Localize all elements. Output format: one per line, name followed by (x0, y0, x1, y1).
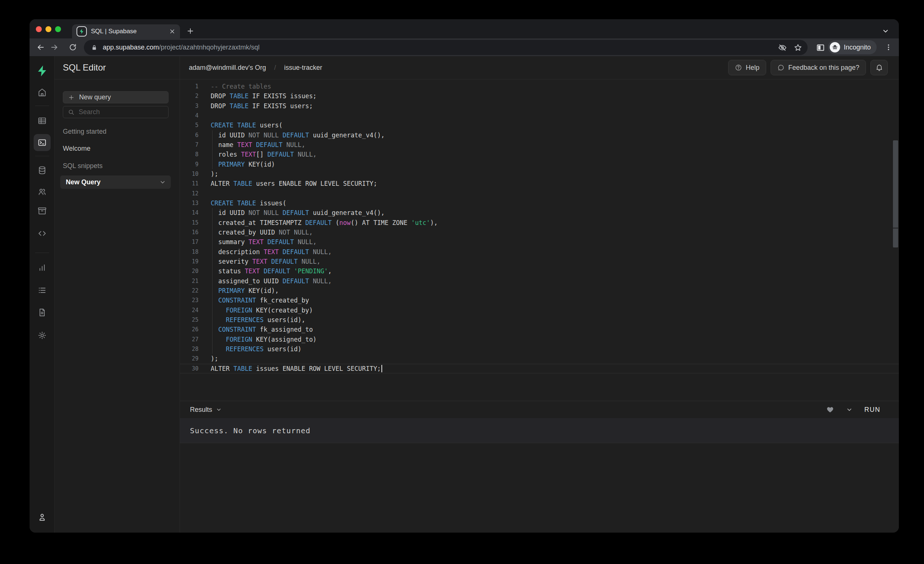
code-text: CONSTRAINT fk_assigned_to (211, 325, 313, 334)
chevron-down-icon[interactable] (159, 179, 166, 186)
sidebar-rail-edge-functions[interactable] (34, 225, 51, 242)
code-line-3[interactable]: 3DROP TABLE IF EXISTS users; (180, 101, 899, 111)
sidebar-rail-logs[interactable] (34, 282, 51, 299)
code-line-20[interactable]: 20 status TEXT DEFAULT 'PENDING', (180, 266, 899, 276)
code-line-18[interactable]: 18 description TEXT DEFAULT NULL, (180, 247, 899, 257)
breadcrumb-separator: / (274, 64, 276, 72)
sidebar-rail-settings[interactable] (34, 327, 51, 344)
code-line-19[interactable]: 19 severity TEXT DEFAULT NULL, (180, 257, 899, 266)
main-header: adam@windmill.dev's Org / issue-tracker … (180, 56, 899, 79)
browser-tab[interactable]: SQL | Supabase (72, 24, 180, 39)
browser-window: SQL | Supabase app.supabase.com/project/… (30, 19, 899, 533)
code-line-7[interactable]: 7 name TEXT DEFAULT NULL, (180, 140, 899, 150)
line-number: 20 (180, 266, 198, 276)
sidebar-rail-sql-editor[interactable] (34, 134, 51, 151)
code-line-10[interactable]: 10); (180, 169, 899, 179)
code-line-8[interactable]: 8 roles TEXT[] DEFAULT NULL, (180, 150, 899, 159)
code-line-21[interactable]: 21 assigned_to UUID DEFAULT NULL, (180, 276, 899, 286)
new-tab-icon[interactable] (186, 27, 194, 35)
sidebar-item-new-query[interactable]: New Query (60, 175, 171, 189)
code-line-28[interactable]: 28 REFERENCES users(id) (180, 344, 899, 354)
code-line-4[interactable]: 4 (180, 111, 899, 120)
sidebar-item-welcome[interactable]: Welcome (63, 145, 168, 153)
code-line-17[interactable]: 17 summary TEXT DEFAULT NULL, (180, 237, 899, 247)
tab-search-chevron-icon[interactable] (882, 27, 889, 35)
plus-icon (68, 94, 75, 101)
bookmark-star-icon[interactable] (794, 43, 802, 52)
sidebar-rail-auth[interactable] (34, 183, 51, 200)
sidebar-rail-docs[interactable] (34, 304, 51, 321)
code-text: roles TEXT[] DEFAULT NULL, (211, 150, 317, 159)
supabase-favicon-icon (76, 26, 87, 37)
forward-icon[interactable] (50, 43, 58, 51)
text-cursor (381, 365, 382, 372)
favorite-heart-icon[interactable] (826, 405, 834, 414)
code-line-22[interactable]: 22 PRIMARY KEY(id), (180, 286, 899, 295)
code-line-30[interactable]: 30ALTER TABLE issues ENABLE ROW LEVEL SE… (180, 364, 899, 373)
code-line-1[interactable]: 1-- Create tables (180, 82, 899, 91)
editor-scrollbar[interactable] (893, 141, 898, 247)
code-line-24[interactable]: 24 FOREIGN KEY(created_by) (180, 305, 899, 315)
search-input[interactable] (79, 108, 164, 116)
sidebar-rail-table-editor[interactable] (34, 112, 51, 129)
code-editor[interactable]: 1-- Create tables2DROP TABLE IF EXISTS i… (180, 79, 899, 401)
incognito-icon (830, 42, 840, 52)
run-options-chevron-icon[interactable] (846, 406, 853, 413)
code-line-26[interactable]: 26 CONSTRAINT fk_assigned_to (180, 325, 899, 334)
url-host: app.supabase.com (103, 43, 159, 51)
code-line-23[interactable]: 23 CONSTRAINT fk_created_by (180, 295, 899, 305)
line-number: 16 (180, 227, 198, 237)
code-line-2[interactable]: 2DROP TABLE IF EXISTS issues; (180, 91, 899, 101)
supabase-logo-icon[interactable] (36, 64, 48, 78)
new-query-button[interactable]: New query (63, 91, 168, 103)
results-dropdown[interactable]: Results (190, 406, 222, 414)
breadcrumb-org[interactable]: adam@windmill.dev's Org (189, 64, 266, 72)
code-line-27[interactable]: 27 FOREIGN KEY(assigned_to) (180, 335, 899, 344)
browser-menu-icon[interactable] (884, 43, 893, 52)
code-line-11[interactable]: 11ALTER TABLE users ENABLE ROW LEVEL SEC… (180, 179, 899, 188)
back-icon[interactable] (37, 43, 45, 51)
sidebar-rail-reports[interactable] (34, 259, 51, 276)
reload-icon[interactable] (69, 43, 77, 51)
code-text: severity TEXT DEFAULT NULL, (211, 257, 321, 266)
account-icon[interactable] (34, 509, 51, 525)
tab-close-icon[interactable] (169, 28, 176, 35)
run-button[interactable]: RUN (864, 406, 881, 414)
sidebar-rail-storage[interactable] (34, 202, 51, 219)
code-line-14[interactable]: 14 id UUID NOT NULL DEFAULT uuid_generat… (180, 208, 899, 218)
code-line-13[interactable]: 13CREATE TABLE issues( (180, 198, 899, 208)
code-line-12[interactable]: 12 (180, 189, 899, 198)
results-bar: Results RUN (180, 401, 899, 418)
code-line-25[interactable]: 25 REFERENCES users(id), (180, 315, 899, 325)
incognito-badge[interactable]: Incognito (828, 40, 877, 54)
line-number: 26 (180, 325, 198, 334)
code-text: REFERENCES users(id), (211, 315, 305, 325)
window-minimize-button[interactable] (45, 26, 51, 32)
window-zoom-button[interactable] (55, 26, 61, 32)
sidebar-rail-database[interactable] (34, 162, 51, 179)
code-line-15[interactable]: 15 created_at TIMESTAMPTZ DEFAULT (now()… (180, 218, 899, 227)
side-panel-icon[interactable] (816, 43, 825, 52)
code-line-5[interactable]: 5CREATE TABLE users( (180, 120, 899, 130)
sidebar-rail-home[interactable] (34, 84, 51, 101)
line-number: 11 (180, 179, 198, 188)
line-number: 24 (180, 305, 198, 315)
code-line-16[interactable]: 16 created_by UUID NOT NULL, (180, 227, 899, 237)
code-text: created_by UUID NOT NULL, (211, 227, 313, 237)
code-line-9[interactable]: 9 PRIMARY KEY(id) (180, 160, 899, 169)
line-number: 15 (180, 218, 198, 227)
help-button[interactable]: Help (728, 60, 766, 75)
window-close-button[interactable] (36, 26, 42, 32)
url-bar[interactable]: app.supabase.com/project/azahtnhqohyjerz… (84, 40, 808, 55)
terminal-icon (38, 138, 47, 147)
search-box[interactable] (63, 106, 168, 118)
chevron-down-icon (216, 407, 222, 413)
notifications-button[interactable] (870, 60, 888, 75)
breadcrumb-project[interactable]: issue-tracker (284, 64, 322, 72)
feedback-button[interactable]: Feedback on this page? (771, 60, 866, 75)
bar-chart-icon (38, 263, 47, 272)
code-line-6[interactable]: 6 id UUID NOT NULL DEFAULT uuid_generate… (180, 130, 899, 140)
line-number: 28 (180, 344, 198, 354)
code-line-29[interactable]: 29); (180, 354, 899, 364)
eye-off-icon[interactable] (778, 43, 787, 52)
